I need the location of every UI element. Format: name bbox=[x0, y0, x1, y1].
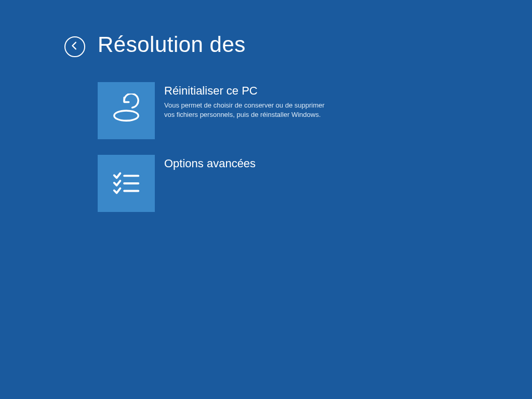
advanced-options-option[interactable]: Options avancées bbox=[98, 155, 357, 212]
advanced-options-title: Options avancées bbox=[164, 157, 256, 170]
reset-pc-description: Vous permet de choisir de conserver ou d… bbox=[164, 101, 325, 119]
checklist-icon bbox=[110, 166, 142, 201]
reset-pc-option[interactable]: Réinitialiser ce PC Vous permet de chois… bbox=[98, 82, 357, 139]
back-button[interactable] bbox=[64, 36, 85, 57]
back-arrow-icon bbox=[69, 40, 81, 54]
svg-point-0 bbox=[114, 111, 139, 121]
header: Résolution des bbox=[64, 32, 532, 57]
page-title: Résolution des bbox=[98, 32, 246, 57]
options-list: Réinitialiser ce PC Vous permet de chois… bbox=[98, 82, 532, 212]
reset-pc-icon-tile bbox=[98, 82, 155, 139]
reset-pc-title: Réinitialiser ce PC bbox=[164, 84, 325, 98]
reset-pc-icon bbox=[110, 94, 142, 128]
advanced-options-icon-tile bbox=[98, 155, 155, 212]
advanced-options-text: Options avancées bbox=[164, 155, 256, 174]
recovery-screen: Résolution des Réinitialiser ce PC Vous … bbox=[0, 0, 532, 212]
reset-pc-text: Réinitialiser ce PC Vous permet de chois… bbox=[164, 82, 325, 119]
